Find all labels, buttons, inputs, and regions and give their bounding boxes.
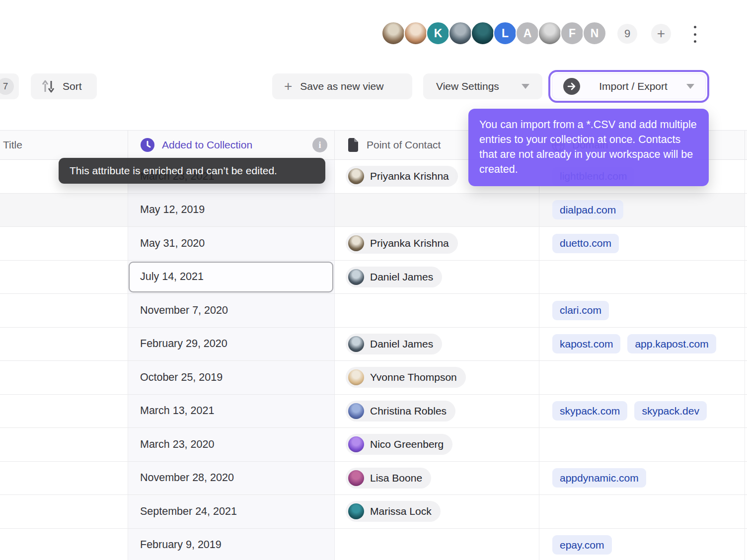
domain-chip[interactable]: skypack.com (552, 401, 627, 420)
added-date-value: May 31, 2020 (140, 237, 205, 250)
point-of-contact-cell[interactable]: Priyanka Krishna (335, 227, 539, 260)
filter-count-button[interactable]: 7 (0, 73, 19, 99)
man-curly-smile-avatar[interactable] (404, 21, 428, 45)
contact-pill[interactable]: Nico Greenberg (346, 434, 452, 455)
contact-avatar (348, 235, 364, 251)
column-header-title[interactable]: Title (0, 131, 128, 159)
contact-avatar (348, 168, 364, 184)
man-glasses-avatar[interactable] (448, 21, 472, 45)
point-of-contact-cell[interactable] (335, 194, 539, 227)
contact-pill[interactable]: Yvonne Thompson (346, 367, 466, 388)
added-to-collection-cell[interactable]: October 25, 2019 (128, 361, 335, 394)
added-date-value: March 23, 2020 (140, 438, 214, 451)
point-of-contact-cell[interactable]: Yvonne Thompson (335, 361, 539, 394)
added-to-collection-cell[interactable]: May 31, 2020 (128, 227, 335, 260)
added-to-collection-cell[interactable]: November 7, 2020 (128, 294, 335, 327)
initial-l-avatar[interactable]: L (493, 21, 517, 45)
contact-pill[interactable]: Daniel James (346, 334, 442, 354)
domain-chip[interactable]: appdynamic.com (552, 468, 646, 488)
added-to-collection-cell[interactable]: September 24, 2021 (128, 495, 335, 528)
man-grayscale-avatar[interactable] (538, 21, 562, 45)
domain-cell[interactable] (539, 261, 745, 294)
added-to-collection-cell[interactable]: July 14, 2021 (128, 261, 335, 294)
added-to-collection-cell[interactable]: February 9, 2019 (128, 529, 335, 560)
contact-name: Christina Robles (370, 405, 447, 417)
domain-cell[interactable]: kapost.comapp.kapost.com (539, 328, 745, 361)
enriched-attribute-tooltip: This attribute is enriched and can’t be … (59, 158, 325, 184)
added-to-collection-cell[interactable]: November 28, 2020 (128, 462, 335, 495)
added-date-value: September 24, 2021 (140, 505, 237, 518)
domain-cell[interactable]: appdynamic.com (539, 462, 745, 495)
add-collaborator-button[interactable]: + (651, 24, 671, 44)
point-of-contact-cell[interactable] (335, 294, 539, 327)
point-of-contact-cell[interactable]: Christina Robles (335, 395, 539, 428)
point-of-contact-cell[interactable]: Nico Greenberg (335, 428, 539, 461)
initial-n-avatar[interactable]: N (583, 21, 606, 45)
more-options-kebab-icon[interactable] (690, 25, 699, 44)
domain-chip[interactable]: dialpad.com (552, 200, 623, 219)
view-settings-button[interactable]: View Settings (423, 73, 542, 99)
domain-cell[interactable]: epay.com (539, 529, 745, 560)
table-row: March 23, 2020 Nico Greenberg (0, 428, 747, 462)
domain-chip[interactable]: clari.com (552, 301, 609, 320)
added-to-collection-cell[interactable]: February 29, 2020 (128, 328, 335, 361)
woman-brown-hair-avatar[interactable] (381, 21, 405, 45)
point-of-contact-cell[interactable] (335, 529, 539, 560)
point-of-contact-cell[interactable]: Marissa Lock (335, 495, 539, 528)
title-cell[interactable] (0, 428, 128, 461)
sort-button[interactable]: Sort (31, 73, 97, 99)
column-contact-label: Point of Contact (367, 139, 441, 151)
title-cell[interactable] (0, 395, 128, 428)
contact-pill[interactable]: Daniel James (346, 267, 442, 287)
title-cell[interactable] (0, 495, 128, 528)
table-row: February 9, 2019 epay.com (0, 529, 747, 560)
title-cell[interactable] (0, 361, 128, 394)
contact-avatar (348, 336, 364, 352)
domain-chip[interactable]: kapost.com (552, 334, 620, 353)
contact-pill[interactable]: Christina Robles (346, 401, 455, 421)
domain-cell[interactable] (539, 428, 745, 461)
added-to-collection-cell[interactable]: March 23, 2020 (128, 428, 335, 461)
info-icon[interactable]: i (312, 138, 327, 152)
title-cell[interactable] (0, 261, 128, 294)
domain-cell[interactable]: clari.com (539, 294, 745, 327)
title-cell[interactable] (0, 328, 128, 361)
contact-pill[interactable]: Marissa Lock (346, 501, 441, 522)
point-of-contact-cell[interactable]: Lisa Boone (335, 462, 539, 495)
contact-pill[interactable]: Priyanka Krishna (346, 166, 458, 187)
collaborator-overflow-count-badge[interactable]: 9 (617, 24, 637, 44)
contact-name: Priyanka Krishna (370, 170, 449, 182)
collection-table: Title Added to Collection i (0, 130, 747, 560)
table-row: November 28, 2020 Lisa Boone appdynamic.… (0, 462, 747, 495)
domain-cell[interactable] (539, 495, 745, 528)
domain-chip[interactable]: skypack.dev (634, 401, 707, 420)
initial-k-avatar[interactable]: K (426, 21, 450, 45)
title-cell[interactable] (0, 462, 128, 495)
column-header-added-to-collection[interactable]: Added to Collection i (128, 131, 335, 159)
added-to-collection-cell[interactable]: March 13, 2021 (128, 395, 335, 428)
domain-cell[interactable]: duetto.com (539, 227, 745, 260)
initial-a-avatar[interactable]: A (516, 21, 539, 45)
plus-icon: + (284, 79, 292, 93)
domain-chip[interactable]: epay.com (552, 535, 612, 555)
added-to-collection-cell[interactable]: May 12, 2019 (128, 194, 335, 227)
title-cell[interactable] (0, 294, 128, 327)
contact-avatar (348, 503, 364, 519)
domain-cell[interactable]: skypack.comskypack.dev (539, 395, 745, 428)
title-cell[interactable] (0, 227, 128, 260)
contact-pill[interactable]: Priyanka Krishna (346, 233, 458, 254)
domain-chip[interactable]: app.kapost.com (627, 334, 716, 353)
domain-cell[interactable] (539, 361, 745, 394)
import-export-button[interactable]: Import / Export (552, 73, 706, 99)
title-cell[interactable] (0, 529, 128, 560)
contact-pill[interactable]: Lisa Boone (346, 468, 431, 489)
save-as-new-view-button[interactable]: + Save as new view (272, 73, 412, 99)
domain-chip[interactable]: duetto.com (552, 234, 619, 253)
domain-cell[interactable]: dialpad.com (539, 194, 745, 227)
title-cell[interactable] (0, 194, 128, 227)
initial-f-avatar[interactable]: F (560, 21, 584, 45)
person-dark-teal-avatar[interactable] (471, 21, 495, 45)
added-date-value: May 12, 2019 (140, 204, 205, 216)
point-of-contact-cell[interactable]: Daniel James (335, 261, 539, 294)
point-of-contact-cell[interactable]: Daniel James (335, 328, 539, 361)
